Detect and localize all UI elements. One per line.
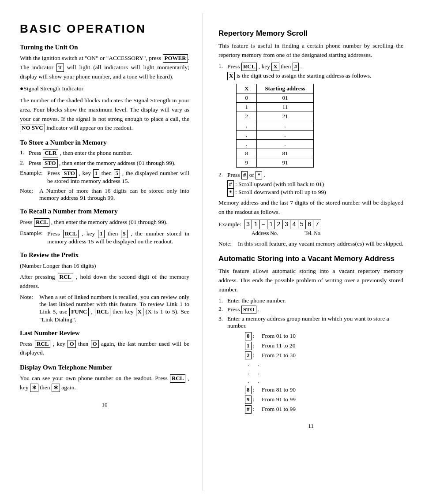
scroll-table: X Starting address 001 111 221 .. .. .. … (236, 84, 314, 168)
group-item-hash: # : From 01 to 99 (245, 405, 403, 414)
group-item-0: 0 : From 01 to 10 (245, 332, 403, 340)
table-header-addr: Starting address (257, 84, 313, 93)
section-title-repertory: Repertory Memory Scroll (218, 29, 403, 38)
power-key: POWER (163, 54, 188, 63)
auto-storing-body: This feature allows automatic storing in… (218, 267, 403, 295)
section-title-prefix: To Review the Prefix (20, 251, 189, 259)
section-title-turning-on: Turning the Unit On (20, 44, 189, 51)
x-key: X (136, 308, 143, 316)
display-d8: 6 (306, 220, 313, 229)
section-title-store: To Store a Number in Memory (20, 139, 189, 146)
section-last-number: Last Number Review Press RCL , key O the… (20, 329, 189, 358)
table-row: 991 (237, 158, 314, 167)
repertory-body: This feature is useful in finding a cert… (218, 41, 403, 60)
section-review-prefix: To Review the Prefix (Number Longer than… (20, 251, 189, 323)
group-item-1: 1 : From 11 to 20 (245, 342, 403, 350)
section-title-auto-storing: Automatic Storing into a Vacant Memory A… (218, 254, 403, 263)
auto-step-2: 2. Press STO . (218, 306, 403, 314)
group-item-8: 8 : From 81 to 90 (245, 386, 403, 394)
indicator-t-key: T (56, 63, 64, 72)
display-group: 3 1 – 1 2 3 4 5 6 7 (244, 220, 321, 229)
table-row: .. (237, 121, 314, 130)
key-o2: O (91, 340, 99, 348)
section-auto-storing: Automatic Storing into a Vacant Memory A… (218, 254, 403, 414)
key-1a: 1 (93, 169, 100, 178)
section-title-recall: To Recall a Number from Memory (20, 208, 189, 215)
group-key-1: 1 (245, 342, 252, 350)
page-container: BASIC OPERATION Turning the Unit On With… (0, 0, 421, 504)
tel-label: Tel. No. (304, 230, 322, 237)
group-item-dot3: . . (245, 377, 403, 385)
table-row: 881 (237, 149, 314, 158)
hash-key-1: # (293, 63, 299, 71)
star-key-3: * (227, 188, 234, 197)
table-row: 221 (237, 112, 314, 121)
rcl-key-2: RCL (63, 230, 79, 238)
store-step-2: 2. Press STO , then enter the memory add… (20, 159, 189, 168)
clr-key: CLR (43, 149, 58, 157)
sto-auto-key: STO (241, 306, 256, 314)
key-1b: 1 (98, 230, 105, 238)
display-d7: 5 (298, 220, 306, 229)
scroll-step-1: 1. Press RCL , key X then # . (218, 63, 403, 71)
table-row: 111 (237, 102, 314, 112)
display-d1: 3 (244, 220, 252, 229)
group-key-0: 0 (245, 332, 252, 340)
sto-key-1: STO (43, 159, 58, 168)
table-row: 001 (237, 93, 314, 102)
rcl-key-4: RCL (95, 308, 110, 316)
display-d2: 1 (252, 220, 259, 229)
rcl-key-6: RCL (170, 374, 185, 383)
x-scroll-key: X (271, 63, 279, 71)
auto-step-1: 1. Enter the phone number. (218, 297, 403, 304)
addr-tel-labels: Address No. Tel. No. (252, 230, 403, 237)
star-scroll-key: * (256, 171, 262, 179)
rcl-scroll-key: RCL (241, 63, 257, 71)
display-d6: 4 (290, 220, 298, 229)
x-note-key: X (227, 72, 235, 80)
scroll-step-2: 2. Press # or * . (218, 171, 403, 179)
display-d9: 7 (313, 220, 320, 229)
addr-label: Address No. (252, 230, 278, 237)
turning-on-para1: With the ignition switch at "ON" or "ACC… (20, 54, 189, 82)
rcl-key-1: RCL (34, 218, 49, 227)
section-title-display-own: Display Own Telephone Number (20, 364, 189, 371)
display-sep: – (260, 220, 267, 229)
display-d4: 2 (275, 220, 282, 229)
group-key-hash: # (245, 405, 252, 414)
section-recall-number: To Recall a Number from Memory Press RCL… (20, 208, 189, 245)
key-5a: 5 (114, 169, 120, 178)
scroll-step1-note: X is the digit used to assign the starti… (227, 72, 403, 80)
hash-key-2: # (241, 171, 248, 179)
section-title-last-number: Last Number Review (20, 329, 189, 337)
rcl-key-5: RCL (35, 340, 50, 348)
section-repertory-scroll: Repertory Memory Scroll This feature is … (218, 29, 403, 247)
last-number-body: Press RCL , key O then O again, the last… (20, 340, 189, 358)
table-header-x: X (237, 84, 257, 93)
left-column: BASIC OPERATION Turning the Unit On With… (0, 13, 203, 491)
prefix-body: After pressing RCL , hold down the secon… (20, 273, 189, 291)
scroll-note: Note: In this scroll feature, any vacant… (218, 240, 403, 247)
star-key-1: ∗ (30, 384, 38, 392)
signal-bullet: ●Signal Strength Indicator (20, 84, 189, 93)
table-row: .. (237, 130, 314, 139)
store-note: Note: A Number of more than 16 digits ca… (20, 187, 189, 202)
auto-step-3: 3. Enter a memory address group number i… (218, 315, 403, 329)
scroll-body2: Memory address and the last 7 digits of … (218, 198, 403, 217)
section-display-own: Display Own Telephone Number You can see… (20, 364, 189, 392)
prefix-note: Note: When a set of linked numbers is re… (20, 294, 189, 323)
group-item-2: 2 : From 21 to 30 (245, 351, 403, 360)
prefix-subtitle: (Number Longer than 16 digits) (20, 261, 189, 271)
table-row: .. (237, 139, 314, 149)
page-title: BASIC OPERATION (20, 22, 189, 36)
rcl-key-3: RCL (58, 273, 73, 281)
group-item-9: 9 : From 91 to 99 (245, 396, 403, 404)
recall-body: Press RCL , then enter the memory addres… (20, 218, 189, 227)
no-svc-key: NO SVC (20, 124, 45, 132)
right-page-num: 11 (218, 422, 403, 429)
group-item-dot1: . . (245, 361, 403, 368)
store-step-1: 1. Press CLR , then enter the phone numb… (20, 149, 189, 157)
section-store-number: To Store a Number in Memory 1. Press CLR… (20, 139, 189, 202)
group-item-dot2: . . (245, 369, 403, 376)
display-d5: 3 (283, 220, 290, 229)
